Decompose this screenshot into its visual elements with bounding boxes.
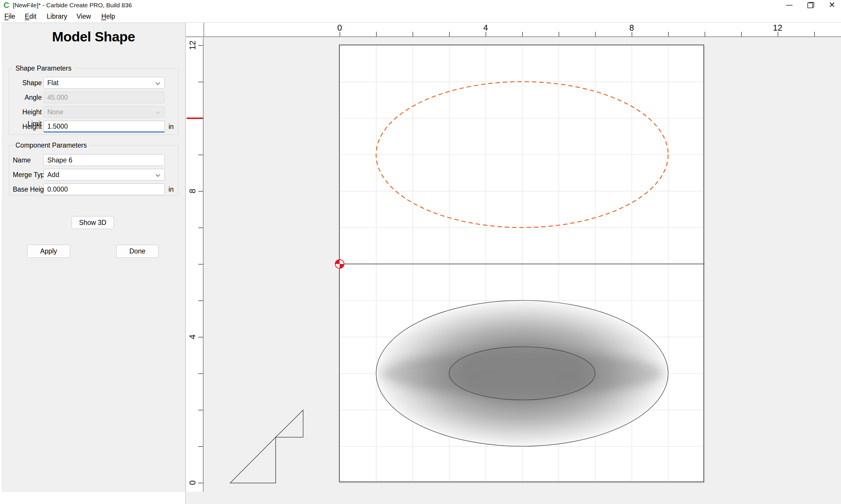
merge-type-value: Add (47, 171, 59, 179)
design-canvas[interactable]: 04812 12840 (185, 23, 841, 504)
height-limit-value: None (47, 108, 63, 116)
ruler-tick (595, 32, 596, 36)
ruler-tick (413, 32, 413, 36)
ruler-corner-divider (204, 23, 204, 37)
show-3d-button[interactable]: Show 3D (71, 216, 114, 229)
ruler-tick (814, 32, 815, 36)
menu-file[interactable]: File (4, 11, 15, 22)
ruler-label: 12 (188, 40, 198, 50)
menu-help-accel: H (101, 13, 106, 20)
ruler-tick (198, 410, 203, 410)
menu-bar: File Edit Library View Help (0, 11, 841, 23)
ruler-tick (198, 446, 203, 447)
ruler-label: 8 (188, 189, 198, 193)
restore-button[interactable] (804, 0, 817, 10)
ruler-tick (198, 301, 203, 301)
shape-parameters-group: Shape Parameters Shape Flat Angle Height… (9, 68, 179, 135)
component-parameters-title: Component Parameters (13, 142, 89, 149)
menu-view[interactable]: View (76, 11, 91, 22)
close-icon: ✕ (829, 0, 836, 10)
ruler-tick (198, 483, 203, 483)
apply-button[interactable]: Apply (27, 245, 70, 258)
ruler-tick (376, 32, 377, 36)
ruler-tick (198, 373, 203, 374)
minimize-button[interactable] (783, 0, 796, 10)
ruler-tick (668, 32, 669, 36)
page-title: Model Shape (2, 29, 185, 44)
ruler-tick (198, 337, 203, 338)
ruler-tick (741, 32, 742, 36)
ruler-tick (559, 32, 559, 36)
restore-icon (807, 2, 814, 8)
ruler-tick (198, 82, 203, 82)
ruler-label: 8 (629, 23, 634, 33)
height-limit-label: Height Limit (9, 106, 42, 118)
ruler-tick (705, 32, 705, 36)
ruler-tick (198, 191, 203, 192)
ruler-label: 0 (337, 23, 342, 33)
chevron-down-icon (156, 110, 160, 114)
component-parameters-group: Component Parameters Name Merge Type Add… (9, 145, 179, 196)
merge-type-label: Merge Type (13, 169, 48, 181)
name-label: Name (13, 154, 31, 166)
height-unit-label: in (169, 121, 174, 132)
menu-edit[interactable]: Edit (25, 11, 36, 22)
angle-label: Angle (9, 92, 42, 103)
menu-file-accel: F (4, 13, 8, 20)
ruler-horizontal: 04812 (186, 23, 841, 37)
window-title: [NewFile]* - Carbide Create PRO, Build 8… (13, 0, 132, 11)
stock-area[interactable] (339, 44, 704, 482)
shape-select-value: Flat (47, 79, 58, 87)
menu-help-label: elp (106, 13, 115, 20)
done-button[interactable]: Done (116, 245, 158, 258)
height-label: Height (9, 121, 42, 132)
shape-parameters-title: Shape Parameters (13, 65, 74, 72)
ruler-tick (449, 32, 450, 36)
ruler-vertical: 12840 (186, 38, 204, 492)
ruler-label: 4 (483, 23, 488, 33)
base-height-field[interactable] (44, 183, 165, 195)
shape-select[interactable]: Flat (44, 77, 165, 89)
ruler-label: 12 (773, 23, 782, 33)
shape-label: Shape (9, 77, 42, 89)
ramp-indicator-icon (230, 410, 303, 483)
ruler-tick (198, 228, 203, 228)
menu-view-label: View (76, 13, 91, 20)
ruler-tick (198, 155, 203, 155)
title-bar: C [NewFile]* - Carbide Create PRO, Build… (0, 0, 841, 11)
menu-library-label: Library (47, 13, 67, 20)
menu-edit-label: dit (29, 13, 36, 20)
ruler-label: 0 (188, 480, 198, 485)
chevron-down-icon (156, 173, 160, 177)
minimize-icon (786, 5, 792, 5)
ruler-tick (198, 264, 203, 265)
chevron-down-icon (156, 80, 160, 85)
angle-field (44, 92, 165, 103)
base-height-unit-label: in (169, 183, 174, 195)
menu-file-label: ile (8, 13, 15, 20)
name-field[interactable] (44, 154, 165, 166)
menu-edit-accel: E (25, 13, 29, 20)
close-button[interactable]: ✕ (825, 0, 839, 10)
app-logo-icon: C (3, 1, 9, 10)
ruler-label: 4 (188, 335, 198, 339)
ruler-tick (522, 32, 523, 36)
merge-type-select[interactable]: Add (44, 169, 165, 181)
ruler-tick (198, 45, 203, 46)
menu-help[interactable]: Help (101, 11, 115, 22)
height-limit-select: None (44, 106, 165, 118)
app-window: C [NewFile]* - Carbide Create PRO, Build… (0, 0, 841, 504)
ruler-tick (198, 118, 203, 119)
menu-library[interactable]: Library (47, 11, 67, 22)
height-field[interactable] (44, 121, 165, 132)
model-shape-panel: Model Shape Shape Parameters Shape Flat … (2, 23, 185, 492)
